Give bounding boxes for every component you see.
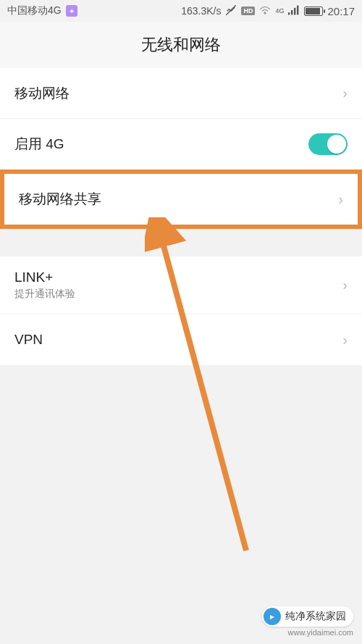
- row-enable-4g: 启用 4G: [0, 119, 362, 170]
- row-label: VPN: [14, 332, 43, 348]
- clock: 20:17: [327, 5, 355, 17]
- row-label: 移动网络共享: [19, 190, 101, 209]
- watermark-badge: ▸ 纯净系统家园: [262, 606, 353, 627]
- signal-icon: [288, 5, 300, 17]
- app-indicator-icon: ✦: [66, 5, 77, 17]
- svg-point-1: [264, 12, 266, 14]
- page-header: 无线和网络: [0, 22, 362, 68]
- row-tethering[interactable]: 移动网络共享 ›: [4, 174, 358, 225]
- battery-icon: [304, 7, 323, 16]
- row-subtitle: 提升通讯体验: [14, 288, 75, 301]
- row-label: LINK+: [14, 269, 75, 285]
- row-link-plus[interactable]: LINK+ 提升通讯体验 ›: [0, 256, 362, 314]
- status-bar: 中国移动4G ✦ 163.3K/s HD 4G 20:17: [0, 0, 362, 22]
- watermark-url: www.yidaimei.com: [262, 628, 353, 637]
- highlight-annotation: 移动网络共享 ›: [0, 170, 362, 229]
- svg-rect-4: [294, 7, 295, 14]
- page-title: 无线和网络: [141, 34, 221, 56]
- chevron-right-icon: ›: [342, 277, 348, 293]
- carrier-label: 中国移动4G: [7, 4, 62, 17]
- chevron-right-icon: ›: [338, 191, 343, 208]
- mute-icon: [225, 4, 237, 18]
- watermark: ▸ 纯净系统家园 www.yidaimei.com: [262, 606, 353, 637]
- svg-rect-2: [288, 12, 290, 14]
- svg-rect-5: [297, 5, 298, 14]
- status-right: 163.3K/s HD 4G 20:17: [181, 4, 355, 18]
- settings-list-1: 移动网络 › 启用 4G: [0, 68, 362, 170]
- chevron-right-icon: ›: [342, 332, 348, 348]
- section-gap: [0, 229, 362, 256]
- network-speed: 163.3K/s: [181, 5, 221, 17]
- settings-list-2: LINK+ 提升通讯体验 › VPN ›: [0, 256, 362, 365]
- chevron-right-icon: ›: [342, 85, 348, 101]
- row-label: 启用 4G: [14, 135, 64, 154]
- status-left: 中国移动4G ✦: [7, 4, 77, 17]
- decorative-dots: ○ ○ ○: [167, 598, 195, 611]
- network-type-label: 4G: [275, 8, 284, 14]
- svg-rect-3: [291, 10, 292, 14]
- row-vpn[interactable]: VPN ›: [0, 314, 362, 365]
- watermark-logo-icon: ▸: [264, 608, 281, 625]
- toggle-enable-4g[interactable]: [308, 133, 348, 155]
- watermark-text: 纯净系统家园: [285, 610, 346, 623]
- wifi-icon: [259, 5, 271, 17]
- hd-badge: HD: [241, 7, 255, 15]
- row-label: 移动网络: [14, 84, 70, 103]
- row-mobile-network[interactable]: 移动网络 ›: [0, 68, 362, 119]
